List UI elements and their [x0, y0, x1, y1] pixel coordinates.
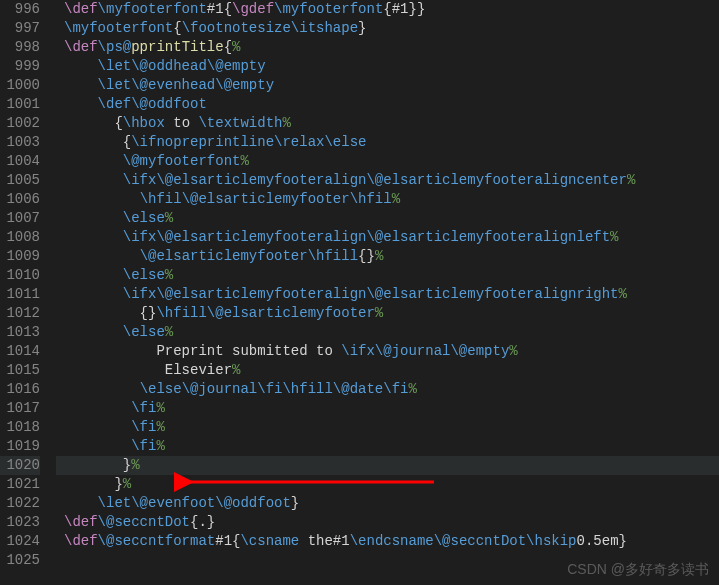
code-line[interactable]: \ifx\@elsarticlemyfooteralign\@elsarticl…: [56, 285, 719, 304]
code-token: \@myfooterfont: [123, 153, 241, 169]
code-token: Preprint submitted to: [64, 343, 341, 359]
code-line[interactable]: \def\@oddfoot: [56, 95, 719, 114]
code-line[interactable]: Preprint submitted to \ifx\@journal\@emp…: [56, 342, 719, 361]
code-line[interactable]: {\ifnopreprintline\relax\else: [56, 133, 719, 152]
code-token: %: [156, 438, 164, 454]
code-token: \fi: [131, 400, 156, 416]
code-token: \let\@oddhead\@empty: [98, 58, 266, 74]
code-token: %: [240, 153, 248, 169]
code-line[interactable]: Elsevier%: [56, 361, 719, 380]
code-token: [64, 96, 98, 112]
line-number: 999: [0, 57, 40, 76]
code-editor[interactable]: 9969979989991000100110021003100410051006…: [0, 0, 719, 585]
code-line[interactable]: \ifx\@elsarticlemyfooteralign\@elsarticl…: [56, 228, 719, 247]
code-line[interactable]: \let\@evenfoot\@oddfoot}: [56, 494, 719, 513]
code-token: \gdef: [232, 1, 274, 17]
code-token: %: [408, 381, 416, 397]
code-line[interactable]: \myfooterfont{\footnotesize\itshape}: [56, 19, 719, 38]
code-line[interactable]: \fi%: [56, 399, 719, 418]
code-token: \textwidth: [198, 115, 282, 131]
code-token: %: [619, 286, 627, 302]
code-line[interactable]: {\hbox to \textwidth%: [56, 114, 719, 133]
code-token: %: [509, 343, 517, 359]
code-token: %: [232, 362, 240, 378]
code-line[interactable]: \let\@oddhead\@empty: [56, 57, 719, 76]
line-number: 1012: [0, 304, 40, 323]
code-token: %: [282, 115, 290, 131]
line-number: 997: [0, 19, 40, 38]
line-number: 1021: [0, 475, 40, 494]
line-number: 1023: [0, 513, 40, 532]
code-token: %: [131, 457, 139, 473]
code-token: \ifx\@journal\@empty: [341, 343, 509, 359]
code-token: %: [156, 419, 164, 435]
code-token: [64, 324, 123, 340]
code-line[interactable]: {}\hfill\@elsarticlemyfooter%: [56, 304, 719, 323]
code-token: {}: [64, 305, 156, 321]
code-line[interactable]: \hfil\@elsarticlemyfooter\hfil%: [56, 190, 719, 209]
code-line[interactable]: \def\@seccntDot{.}: [56, 513, 719, 532]
line-number-gutter: 9969979989991000100110021003100410051006…: [0, 0, 56, 585]
code-token: \hfil\@elsarticlemyfooter\hfil: [140, 191, 392, 207]
code-token: {: [64, 115, 123, 131]
code-token: \else: [123, 324, 165, 340]
code-token: %: [156, 400, 164, 416]
code-token: }: [64, 476, 123, 492]
code-token: \def: [64, 533, 98, 549]
code-token: {: [64, 134, 131, 150]
code-token: \csname: [240, 533, 299, 549]
line-number: 1019: [0, 437, 40, 456]
code-token: %: [165, 210, 173, 226]
code-token: pprintTitle: [131, 39, 223, 55]
line-number: 1007: [0, 209, 40, 228]
code-line[interactable]: \let\@evenhead\@empty: [56, 76, 719, 95]
code-line[interactable]: \@myfooterfont%: [56, 152, 719, 171]
code-line[interactable]: \@elsarticlemyfooter\hfill{}%: [56, 247, 719, 266]
code-line[interactable]: \else\@journal\fi\hfill\@date\fi%: [56, 380, 719, 399]
code-token: \myfooterfont: [274, 1, 383, 17]
code-token: \@elsarticlemyfooter\hfill: [140, 248, 358, 264]
line-number: 1002: [0, 114, 40, 133]
code-token: to: [165, 115, 199, 131]
code-token: \ifx\@elsarticlemyfooteralign\@elsarticl…: [123, 286, 619, 302]
line-number: 1005: [0, 171, 40, 190]
code-token: [64, 58, 98, 74]
line-number: 996: [0, 0, 40, 19]
code-token: \def: [64, 514, 98, 530]
line-number: 998: [0, 38, 40, 57]
code-line[interactable]: \else%: [56, 209, 719, 228]
code-line[interactable]: }%: [56, 456, 719, 475]
watermark-text: CSDN @多好奇多读书: [567, 561, 709, 579]
code-token: [64, 153, 123, 169]
line-number: 1003: [0, 133, 40, 152]
line-number: 1008: [0, 228, 40, 247]
code-line[interactable]: \fi%: [56, 437, 719, 456]
code-token: %: [232, 39, 240, 55]
code-token: [64, 248, 140, 264]
code-token: \hbox: [123, 115, 165, 131]
line-number: 1017: [0, 399, 40, 418]
line-number: 1015: [0, 361, 40, 380]
code-line[interactable]: \def\ps@pprintTitle{%: [56, 38, 719, 57]
code-line[interactable]: \fi%: [56, 418, 719, 437]
code-token: \fi: [131, 438, 156, 454]
code-token: \else: [123, 210, 165, 226]
line-number: 1013: [0, 323, 40, 342]
code-token: [64, 229, 123, 245]
code-area[interactable]: \def\myfooterfont#1{\gdef\myfooterfont{#…: [56, 0, 719, 585]
code-token: \ifnopreprintline\relax\else: [131, 134, 366, 150]
code-line[interactable]: \def\@seccntformat#1{\csname the#1\endcs…: [56, 532, 719, 551]
code-token: %: [123, 476, 131, 492]
code-line[interactable]: \else%: [56, 323, 719, 342]
code-token: [64, 267, 123, 283]
code-line[interactable]: \def\myfooterfont#1{\gdef\myfooterfont{#…: [56, 0, 719, 19]
code-token: #1{: [207, 1, 232, 17]
code-token: \myfooterfont: [64, 20, 173, 36]
code-line[interactable]: }%: [56, 475, 719, 494]
code-line[interactable]: \ifx\@elsarticlemyfooteralign\@elsarticl…: [56, 171, 719, 190]
code-line[interactable]: \else%: [56, 266, 719, 285]
code-token: \ps@: [98, 39, 132, 55]
code-token: {: [224, 39, 232, 55]
code-token: \let\@evenhead\@empty: [98, 77, 274, 93]
code-token: [64, 77, 98, 93]
